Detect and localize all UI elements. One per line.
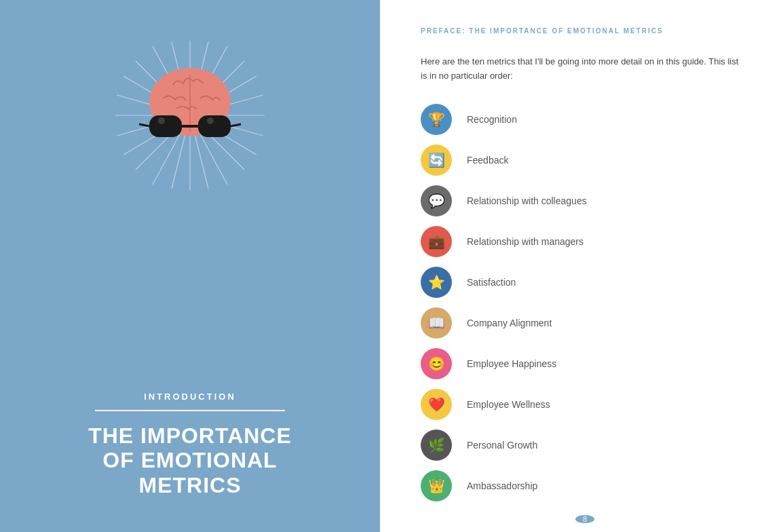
brain-illustration-container	[102, 27, 278, 204]
intro-divider	[95, 410, 285, 411]
left-panel: INTRODUCTION THE IMPORTANCE OF EMOTIONAL…	[0, 0, 380, 532]
metric-item: 👑Ambassadorship	[421, 470, 749, 501]
page-number: 8	[575, 515, 594, 523]
metric-item: 🌿Personal Growth	[421, 430, 749, 461]
svg-point-31	[158, 117, 165, 124]
metric-icon-0: 🏆	[421, 104, 452, 135]
svg-line-30	[231, 124, 241, 126]
svg-rect-27	[198, 115, 231, 137]
svg-rect-26	[149, 115, 182, 137]
svg-point-32	[207, 117, 214, 124]
svg-line-29	[139, 124, 149, 126]
intro-title: THE IMPORTANCE OF EMOTIONAL METRICS	[41, 423, 339, 498]
metric-item: 📖Company Alignment	[421, 307, 749, 339]
metric-item: 💼Relationship with managers	[421, 226, 749, 257]
metric-item: 😊Employee Happiness	[421, 348, 749, 379]
metric-item: 🔄Feedback	[421, 145, 749, 176]
metric-item: ⭐Satisfaction	[421, 267, 749, 298]
metric-item: 🏆Recognition	[421, 104, 749, 135]
metric-item: 💬Relationship with colleagues	[421, 185, 749, 216]
metric-icon-7: ❤️	[421, 389, 452, 420]
metric-item: ❤️Employee Wellness	[421, 389, 749, 420]
metric-icon-3: 💼	[421, 226, 452, 257]
metric-label-0: Recognition	[467, 114, 517, 125]
metric-label-8: Personal Growth	[467, 440, 537, 451]
brain-svg	[136, 64, 244, 166]
metric-icon-5: 📖	[421, 307, 452, 339]
metric-icon-1: 🔄	[421, 145, 452, 176]
metrics-list: 🏆Recognition🔄Feedback💬Relationship with …	[421, 104, 749, 501]
metric-label-3: Relationship with managers	[467, 236, 584, 247]
metric-icon-4: ⭐	[421, 267, 452, 298]
metric-label-6: Employee Happiness	[467, 358, 556, 369]
metric-label-2: Relationship with colleagues	[467, 195, 587, 206]
metric-icon-9: 👑	[421, 470, 452, 501]
right-panel: PREFACE: THE IMPORTANCE OF EMOTIONAL MET…	[380, 0, 783, 532]
metric-label-4: Satisfaction	[467, 277, 516, 288]
preface-label: PREFACE: THE IMPORTANCE OF EMOTIONAL MET…	[421, 27, 749, 35]
metric-label-7: Employee Wellness	[467, 399, 550, 410]
metric-label-9: Ambassadorship	[467, 480, 537, 491]
metric-icon-2: 💬	[421, 185, 452, 216]
metric-label-1: Feedback	[467, 155, 508, 166]
intro-text: Here are the ten metrics that I'll be go…	[421, 55, 746, 83]
metric-icon-8: 🌿	[421, 430, 452, 461]
metric-label-5: Company Alignment	[467, 318, 552, 328]
left-text-block: INTRODUCTION THE IMPORTANCE OF EMOTIONAL…	[41, 392, 339, 498]
intro-label: INTRODUCTION	[41, 392, 339, 402]
metric-icon-6: 😊	[421, 348, 452, 379]
